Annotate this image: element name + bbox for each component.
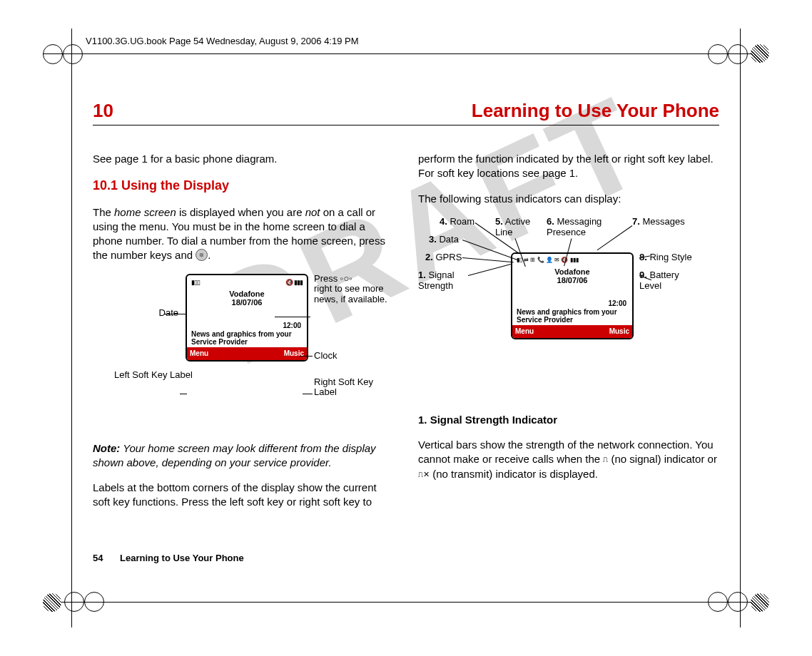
ind-7: 7. Messages	[632, 217, 685, 227]
footer-title: Learning to Use Your Phone	[120, 553, 244, 563]
crop-line-right	[740, 29, 741, 627]
crop-line-bottom	[43, 602, 769, 603]
news-ticker: News and graphics from your Service Prov…	[515, 308, 629, 325]
left-softkey: Menu	[190, 349, 208, 359]
ind-5: 5. Active Line	[495, 217, 538, 238]
callout-clock: Clock	[314, 351, 338, 362]
body-para: The following status indicators can disp…	[418, 192, 719, 206]
callout-rightsoft: Right Soft Key Label	[314, 377, 392, 399]
crop-mark-icon	[708, 592, 728, 612]
carrier-label: Vodafone	[515, 267, 629, 276]
crop-line-top	[43, 53, 769, 54]
signal-icon: ▮▯▯	[191, 278, 200, 287]
clock-label: 12:00	[515, 299, 629, 309]
sig-body: Vertical bars show the strength of the n…	[418, 438, 719, 481]
sig-heading: 1. Signal Strength Indicator	[418, 413, 719, 427]
doc-header-meta: V1100.3G.UG.book Page 54 Wednesday, Augu…	[86, 36, 812, 46]
ring-battery-icon: 🔇 ▮▮▮	[285, 278, 303, 287]
phone-status-bar: ▮▯▯ 🔇 ▮▮▮	[190, 278, 304, 288]
softkey-bar: Menu Music	[512, 325, 632, 338]
phone-figure-right: ▮▯ ⇄ ⊞ 📞 👤 ✉ 🔇 ▮▮▮ Vodafone 18/07/06 12:…	[418, 217, 719, 402]
right-column: perform the function indicated by the le…	[418, 141, 719, 521]
date-label: 18/07/06	[515, 276, 629, 285]
date-label: 18/07/06	[190, 298, 304, 307]
crop-mark-icon	[751, 44, 769, 63]
body-para: Labels at the bottom corners of the disp…	[93, 481, 394, 510]
body-para: The home screen is displayed when you ar…	[93, 205, 394, 263]
phone-figure-left: ▮▯▯ 🔇 ▮▮▮ Vodafone 18/07/06 12:00 News a…	[93, 274, 394, 431]
ind-3: 3. Data	[429, 235, 459, 245]
page-footer: 54 Learning to Use Your Phone	[93, 553, 244, 563]
carrier-label: Vodafone	[190, 289, 304, 298]
ind-6: 6. Messaging Presence	[547, 217, 611, 238]
crop-mark-icon	[64, 592, 84, 612]
ind-4: 4. Roam	[440, 217, 474, 227]
ind-9: 9. Battery Level	[639, 270, 689, 292]
page-number: 54	[93, 553, 103, 563]
crop-mark-icon	[63, 44, 83, 64]
no-transmit-icon: ⎍✕	[418, 470, 430, 478]
crop-mark-icon	[751, 593, 769, 612]
left-column: See page 1 for a basic phone diagram. 10…	[93, 141, 394, 521]
phone-mockup-indicators: ▮▯ ⇄ ⊞ 📞 👤 ✉ 🔇 ▮▮▮ Vodafone 18/07/06 12:…	[511, 252, 634, 339]
phone-status-bar-full: ▮▯ ⇄ ⊞ 📞 👤 ✉ 🔇 ▮▮▮	[515, 257, 629, 266]
softkey-bar: Menu Music	[187, 347, 307, 360]
right-softkey: Music	[609, 327, 629, 337]
note-text: Note: Your home screen may look differen…	[93, 441, 394, 471]
status-icons-row: ▮▯ ⇄ ⊞ 📞 👤 ✉ 🔇 ▮▮▮	[517, 257, 579, 265]
crop-mark-icon	[728, 44, 748, 64]
ind-1: 1. Signal Strength	[418, 270, 468, 292]
clock-label: 12:00	[190, 321, 304, 331]
crop-mark-icon	[43, 44, 63, 64]
chapter-title: Learning to Use Your Phone	[472, 100, 719, 122]
ind-2: 2. GPRS	[425, 252, 462, 263]
callout-press: Press ◦○◦ right to see more news, if ava…	[314, 274, 392, 306]
callout-leftsoft: Left Soft Key Label	[114, 370, 178, 381]
intro-text: See page 1 for a basic phone diagram.	[93, 152, 394, 166]
ind-8: 8. Ring Style	[639, 252, 692, 263]
crop-mark-icon	[708, 44, 728, 64]
crop-line-left	[71, 29, 72, 627]
news-ticker: News and graphics from your Service Prov…	[190, 330, 304, 347]
chapter-number: 10	[93, 100, 113, 122]
crop-mark-icon	[728, 592, 748, 612]
call-key-icon	[196, 249, 208, 261]
right-softkey: Music	[284, 349, 304, 359]
section-title: 10.1 Using the Display	[93, 177, 394, 194]
crop-mark-icon	[43, 593, 61, 612]
phone-mockup: ▮▯▯ 🔇 ▮▮▮ Vodafone 18/07/06 12:00 News a…	[186, 274, 308, 362]
chapter-header: 10 Learning to Use Your Phone	[93, 100, 719, 125]
body-para: perform the function indicated by the le…	[418, 152, 719, 181]
left-softkey: Menu	[515, 327, 534, 337]
phone-carrier-date: Vodafone 18/07/06	[515, 266, 629, 299]
crop-mark-icon	[84, 592, 104, 612]
